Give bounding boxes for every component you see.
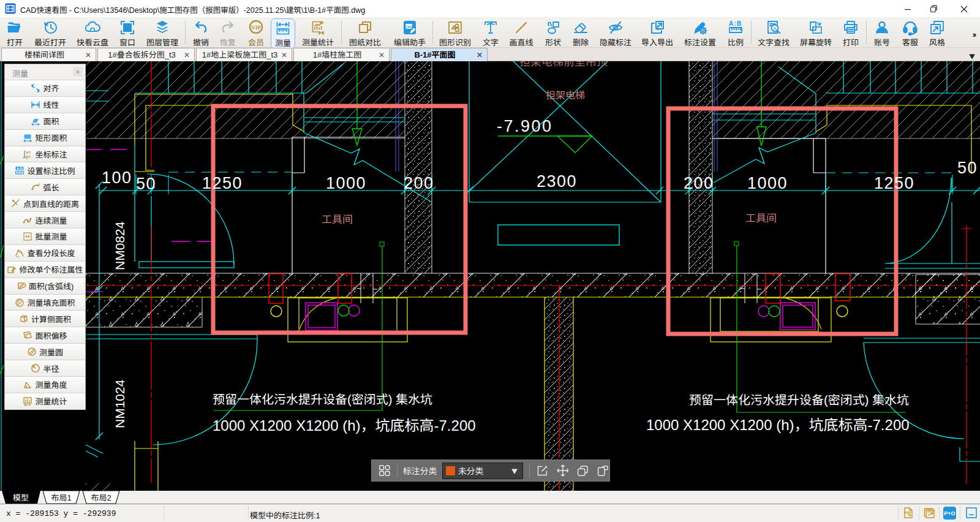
svg-text:1000 X1200 X1200 (h)，坑底标高-7.20: 1000 X1200 X1200 (h)，坑底标高-7.200: [646, 413, 910, 434]
svg-text:A: A: [773, 25, 777, 32]
svg-text:布局2: 布局2: [91, 491, 111, 503]
svg-text:布局1: 布局1: [51, 491, 71, 503]
svg-text:B: B: [737, 20, 741, 27]
svg-text:NM1024: NM1024: [110, 379, 128, 428]
svg-text:1000: 1000: [747, 170, 788, 194]
svg-text:1000 X1200 X1200 (h)，坑底标高-7.20: 1000 X1200 X1200 (h)，坑底标高-7.200: [213, 414, 476, 435]
svg-text:A: A: [729, 20, 733, 27]
svg-text:-7.900: -7.900: [497, 113, 553, 137]
svg-text:2300: 2300: [537, 168, 577, 192]
svg-text:1250: 1250: [202, 170, 243, 194]
svg-text:PDF: PDF: [927, 509, 935, 514]
svg-text:PDF: PDF: [904, 510, 911, 515]
svg-text:1000: 1000: [326, 170, 366, 194]
svg-text:50: 50: [136, 170, 156, 194]
svg-text:工具间: 工具间: [745, 210, 777, 225]
svg-text:y=: y=: [26, 153, 31, 159]
svg-text:预留一体化污水提升设备(密闭式) 集水坑: 预留一体化污水提升设备(密闭式) 集水坑: [689, 390, 909, 408]
svg-text:CAD: CAD: [405, 24, 413, 29]
svg-text:200: 200: [404, 170, 434, 194]
svg-text:A:B: A:B: [17, 166, 23, 171]
svg-text:担架电梯前室吊顶: 担架电梯前室吊顶: [519, 61, 608, 69]
svg-text:模型: 模型: [13, 491, 29, 503]
svg-text:100: 100: [102, 164, 132, 188]
svg-text:担架电梯: 担架电梯: [546, 87, 585, 102]
svg-text:1250: 1250: [874, 170, 914, 194]
svg-text:预留一体化污水提升设备(密闭式) 集水坑: 预留一体化污水提升设备(密闭式) 集水坑: [213, 390, 432, 407]
svg-text:200: 200: [684, 170, 714, 194]
svg-text:NM0824: NM0824: [110, 221, 128, 270]
svg-text:VIP: VIP: [251, 25, 261, 31]
svg-text:50: 50: [957, 154, 978, 178]
svg-text:工具间: 工具间: [322, 211, 353, 226]
svg-text::: :: [734, 20, 736, 27]
